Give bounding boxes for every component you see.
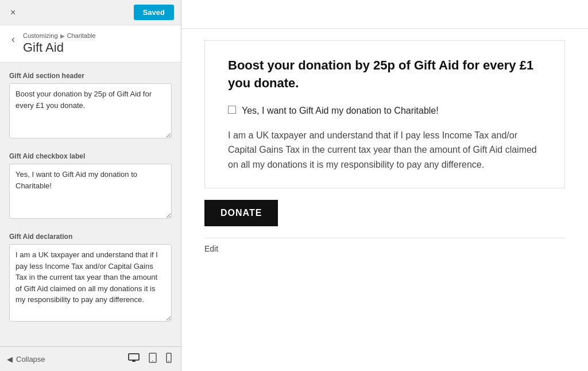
page-title: Gift Aid <box>23 40 96 55</box>
collapse-arrow-icon: ◀ <box>7 355 13 364</box>
breadcrumb-arrow-icon: ▶ <box>60 33 65 39</box>
donate-section: DONATE <box>181 200 588 238</box>
section-header-label: Gift Aid section header <box>9 72 172 80</box>
view-icons <box>126 351 174 366</box>
checkbox-label-textarea[interactable] <box>9 164 172 219</box>
close-button[interactable]: × <box>7 5 19 20</box>
preview-gift-aid-header: Boost your donation by 25p of Gift Aid f… <box>228 57 541 92</box>
declaration-field: Gift Aid declaration <box>9 233 172 324</box>
tablet-view-button[interactable] <box>146 351 159 366</box>
gift-aid-card: Boost your donation by 25p of Gift Aid f… <box>204 40 565 188</box>
svg-point-6 <box>168 361 169 362</box>
breadcrumb-section: ‹ Customizing ▶ Charitable Gift Aid <box>0 25 181 63</box>
desktop-view-button[interactable] <box>126 351 142 366</box>
desktop-icon <box>128 353 140 362</box>
left-panel: × Saved ‹ Customizing ▶ Charitable Gift … <box>0 0 181 371</box>
top-bar: × Saved <box>0 0 181 25</box>
breadcrumb-part2: Charitable <box>67 32 96 39</box>
tablet-icon <box>149 353 157 363</box>
preview-top-divider <box>181 0 588 29</box>
declaration-label: Gift Aid declaration <box>9 233 172 241</box>
mobile-view-button[interactable] <box>164 351 174 366</box>
edit-link[interactable]: Edit <box>181 238 588 259</box>
checkbox-label-label: Gift Aid checkbox label <box>9 152 172 160</box>
declaration-textarea[interactable] <box>9 244 172 322</box>
svg-point-4 <box>152 361 153 362</box>
right-panel: Boost your donation by 25p of Gift Aid f… <box>181 0 588 371</box>
panel-content: Gift Aid section header Gift Aid checkbo… <box>0 63 181 346</box>
bottom-bar: ◀ Collapse <box>0 346 181 371</box>
preview-checkbox-row: Yes, I want to Gift Aid my donation to C… <box>228 104 541 118</box>
collapse-label: Collapse <box>16 355 45 364</box>
breadcrumb-part1: Customizing <box>23 32 58 39</box>
preview-declaration: I am a UK taxpayer and understand that i… <box>228 128 541 172</box>
preview-checkbox[interactable] <box>228 106 236 114</box>
section-header-textarea[interactable] <box>9 83 172 138</box>
mobile-icon <box>166 353 172 363</box>
breadcrumb-content: Customizing ▶ Charitable Gift Aid <box>23 32 96 55</box>
preview-checkbox-label: Yes, I want to Gift Aid my donation to C… <box>242 104 439 118</box>
donate-button[interactable]: DONATE <box>204 200 278 226</box>
preview-container: Boost your donation by 25p of Gift Aid f… <box>181 0 588 371</box>
saved-button[interactable]: Saved <box>134 5 174 20</box>
back-button[interactable]: ‹ <box>9 33 17 45</box>
breadcrumb: Customizing ▶ Charitable <box>23 32 96 39</box>
section-header-field: Gift Aid section header <box>9 72 172 141</box>
checkbox-label-field: Gift Aid checkbox label <box>9 152 172 221</box>
svg-rect-0 <box>129 354 139 360</box>
collapse-button[interactable]: ◀ Collapse <box>7 355 45 364</box>
